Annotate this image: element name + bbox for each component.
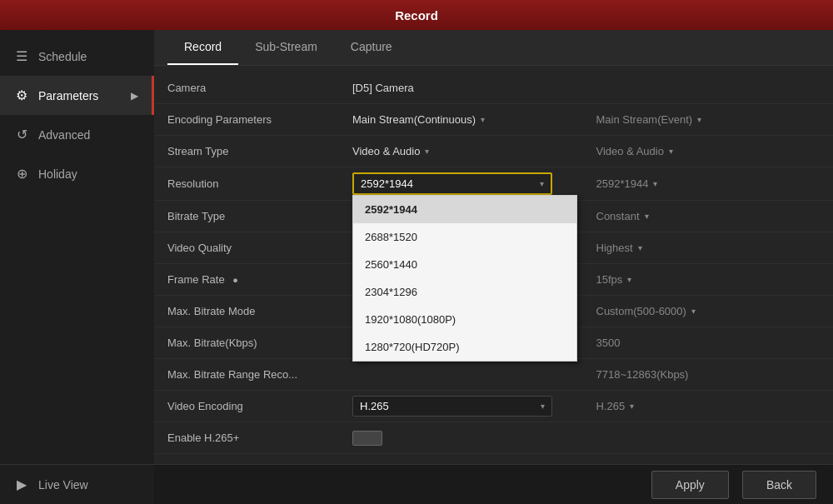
resolution-option-3[interactable]: 2304*1296 (353, 278, 576, 306)
enable-h265-label: Enable H.265+ (154, 425, 346, 451)
tab-sub-stream[interactable]: Sub-Stream (238, 30, 334, 65)
encoding-parameters-label: Encoding Parameters (154, 107, 346, 132)
resolution-dropdown-menu: 2592*1944 2688*1520 2560*1440 2304*1296 … (352, 195, 577, 362)
resolution-caret-icon: ▾ (540, 179, 544, 188)
sidebar-item-advanced[interactable]: ↺ Advanced (0, 115, 154, 154)
max-bitrate-range-right: 7718~12863(Kbps) (590, 363, 834, 386)
live-view-icon: ▶ (13, 477, 30, 492)
resolution-option-4[interactable]: 1920*1080(1080P) (353, 306, 576, 333)
max-bitrate-range-label: Max. Bitrate Range Reco... (154, 362, 346, 387)
parameters-arrow-icon: ▶ (131, 90, 138, 102)
enable-h265-checkbox[interactable] (352, 431, 382, 446)
video-quality-right: Highest ▾ (590, 237, 834, 259)
apply-button[interactable]: Apply (651, 471, 729, 499)
video-encoding-row: Video Encoding H.265 ▾ H.265 ▾ (154, 391, 833, 422)
resolution-option-0[interactable]: 2592*1944 (353, 196, 576, 223)
stream-type-right-caret-icon: ▾ (669, 147, 673, 156)
video-quality-label: Video Quality (154, 235, 346, 261)
bitrate-type-label: Bitrate Type (154, 203, 346, 229)
stream-type-row: Stream Type Video & Audio ▾ Video & Audi… (154, 136, 833, 167)
tab-record[interactable]: Record (167, 30, 238, 65)
camera-row: Camera [D5] Camera (154, 72, 833, 104)
sidebar-item-holiday[interactable]: ⊕ Holiday (0, 154, 154, 193)
max-bitrate-mode-right: Custom(500-6000) ▾ (590, 300, 834, 322)
video-quality-right-caret-icon: ▾ (638, 243, 642, 252)
camera-right-value (590, 83, 834, 93)
content-area: Camera [D5] Camera Encoding Parameters M… (154, 66, 833, 464)
advanced-icon: ↺ (13, 127, 30, 142)
tab-capture[interactable]: Capture (334, 30, 409, 65)
enable-h265-right (590, 433, 834, 443)
holiday-icon: ⊕ (13, 166, 30, 182)
bitrate-type-right-caret-icon: ▾ (645, 212, 649, 221)
resolution-dropdown[interactable]: 2592*1944 ▾ (352, 172, 552, 195)
video-encoding-right: H.265 ▾ (590, 395, 834, 417)
enable-h265-row: Enable H.265+ (154, 422, 833, 454)
frame-rate-label: Frame Rate ● (154, 267, 346, 292)
sidebar-label-schedule: Schedule (38, 50, 87, 63)
stream-type-caret-icon: ▾ (425, 147, 429, 156)
camera-label: Camera (154, 75, 346, 101)
encoding-right-caret-icon: ▾ (697, 115, 701, 124)
stream-type-right: Video & Audio ▾ (590, 140, 834, 162)
sidebar-item-schedule[interactable]: ☰ Schedule (0, 37, 154, 76)
live-view-section: ▶ Live View (0, 464, 154, 504)
resolution-option-1[interactable]: 2688*1520 (353, 223, 576, 251)
schedule-icon: ☰ (13, 48, 30, 64)
max-bitrate-kbps-label: Max. Bitrate(Kbps) (154, 330, 346, 356)
camera-value: [D5] Camera (346, 77, 590, 99)
resolution-value[interactable]: 2592*1944 ▾ 2592*1944 2688*1520 2560*144… (346, 167, 590, 200)
sidebar-item-parameters[interactable]: ⚙ Parameters ▶ (0, 76, 154, 115)
tabs-bar: Record Sub-Stream Capture (154, 30, 833, 66)
back-button[interactable]: Back (742, 471, 816, 499)
video-encoding-dropdown[interactable]: H.265 ▾ (352, 396, 552, 417)
frame-rate-indicator: ● (232, 275, 238, 285)
frame-rate-right: 15fps ▾ (590, 268, 834, 291)
parameters-icon: ⚙ (13, 87, 30, 103)
encoding-parameters-right: Main Stream(Event) ▾ (590, 108, 834, 131)
sidebar-label-parameters: Parameters (38, 89, 98, 102)
resolution-option-2[interactable]: 2560*1440 (353, 251, 576, 278)
bitrate-type-right: Constant ▾ (590, 205, 834, 227)
sidebar-label-advanced: Advanced (38, 128, 90, 142)
video-encoding-caret-icon: ▾ (541, 402, 545, 411)
encoding-parameters-value: Main Stream(Continuous) ▾ (346, 108, 590, 131)
title-bar: Record (0, 0, 833, 30)
video-encoding-value: H.265 ▾ (346, 391, 590, 422)
resolution-dropdown-container: 2592*1944 ▾ 2592*1944 2688*1520 2560*144… (352, 172, 552, 195)
resolution-right-caret-icon: ▾ (653, 179, 657, 188)
stream-type-value: Video & Audio ▾ (346, 140, 590, 162)
max-bitrate-kbps-right: 3500 (590, 332, 834, 354)
video-encoding-label: Video Encoding (154, 393, 346, 419)
max-bitrate-range-row: Max. Bitrate Range Reco... 7718~12863(Kb… (154, 359, 833, 391)
stream-type-label: Stream Type (154, 138, 346, 164)
max-bitrate-mode-label: Max. Bitrate Mode (154, 298, 346, 324)
frame-rate-right-caret-icon: ▾ (627, 275, 631, 284)
title-text: Record (395, 8, 438, 22)
encoding-caret-icon: ▾ (481, 115, 485, 124)
max-bitrate-mode-right-caret-icon: ▾ (691, 307, 696, 316)
video-encoding-right-caret-icon: ▾ (630, 402, 634, 411)
enable-h265-value (346, 426, 590, 451)
sidebar-label-live-view: Live View (38, 478, 88, 492)
sidebar: ☰ Schedule ⚙ Parameters ▶ ↺ Advanced ⊕ H… (0, 30, 154, 504)
resolution-label: Resolution (154, 171, 346, 197)
bottom-bar: Apply Back (154, 464, 833, 504)
more-setting-section: More Setting... (154, 461, 833, 464)
resolution-option-5[interactable]: 1280*720(HD720P) (353, 333, 576, 361)
encoding-parameters-row: Encoding Parameters Main Stream(Continuo… (154, 104, 833, 136)
resolution-right: 2592*1944 ▾ (590, 172, 834, 195)
sidebar-label-holiday: Holiday (38, 167, 77, 181)
max-bitrate-range-value (346, 370, 590, 380)
resolution-row: Resolution 2592*1944 ▾ 2592*1944 2688*15… (154, 167, 833, 201)
sidebar-item-live-view[interactable]: ▶ Live View (0, 465, 154, 504)
main-content: Record Sub-Stream Capture Camera [D5] Ca… (154, 30, 833, 504)
